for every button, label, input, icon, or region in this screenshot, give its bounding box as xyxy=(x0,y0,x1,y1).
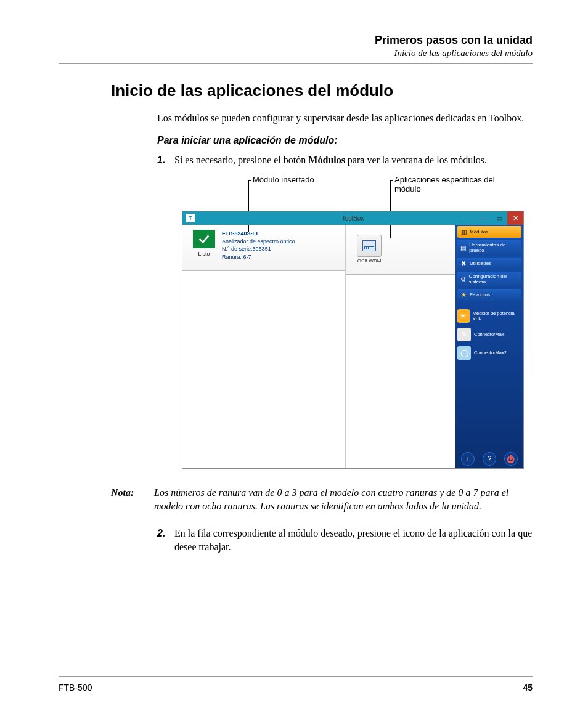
gear-icon: ⚙ xyxy=(460,275,467,283)
toolbox-screenshot: T ToolBox — ▭ ✕ Listo xyxy=(182,211,524,469)
callout-inserted-module: Módulo insertado xyxy=(253,175,314,184)
header-divider xyxy=(59,63,533,64)
sidebar-item-modulos[interactable]: ▥ Módulos xyxy=(457,226,521,238)
app-label: OSA WDM xyxy=(352,258,386,264)
modules-icon: ▥ xyxy=(460,229,467,236)
page-number: 45 xyxy=(523,683,533,692)
note-block: Nota: Los números de ranura van de 0 a 3… xyxy=(111,486,533,513)
sidebar-app-label: Medidor de potencia - VFL xyxy=(473,311,521,322)
chapter-title: Primeros pasos con la unidad xyxy=(59,34,533,47)
app-tile-osa-wdm[interactable]: OSA WDM xyxy=(352,235,386,264)
note-text: Los números de ranura van de 0 a 3 para … xyxy=(154,486,533,513)
step-2: 2. En la fila correspondiente al módulo … xyxy=(157,527,533,553)
sidebar-item-system-config[interactable]: ⚙ Configuración del sistema xyxy=(457,272,521,286)
test-tools-icon: ▤ xyxy=(460,244,467,251)
section-heading: Inicio de las aplicaciones del módulo xyxy=(111,81,533,100)
module-apps-column: OSA WDM xyxy=(346,225,455,468)
section-breadcrumb: Inicio de las aplicaciones del módulo xyxy=(59,48,533,59)
sidebar-app-power-meter[interactable]: ☀ Medidor de potencia - VFL xyxy=(457,309,521,323)
info-button[interactable]: i xyxy=(461,452,475,466)
callout-line xyxy=(390,180,391,238)
sidebar-app-label: ConnectorMax2 xyxy=(474,351,507,355)
footer-divider xyxy=(59,676,533,677)
sidebar-item-utilities[interactable]: ✖ Utilidades xyxy=(457,258,521,269)
sidebar-item-label: Herramientas de prueba xyxy=(469,242,519,253)
step-number: 1. xyxy=(157,153,174,167)
module-description: Analizador de espectro óptico xyxy=(222,238,295,246)
module-list-column: Listo FTB-5240S-EI Analizador de espectr… xyxy=(182,225,346,468)
help-button[interactable]: ? xyxy=(483,452,496,466)
step-text: Si es necesario, presione el botón Módul… xyxy=(174,153,533,167)
window-titlebar: T ToolBox — ▭ ✕ xyxy=(182,211,523,225)
sidebar-item-label: Módulos xyxy=(470,229,488,235)
sidebar-app-connectormax2[interactable]: ◯ ConnectorMax2 xyxy=(457,346,521,360)
sidebar-item-label: Configuración del sistema xyxy=(469,274,519,285)
step-1: 1. Si es necesario, presione el botón Mó… xyxy=(157,153,533,167)
sidebar-item-label: Favoritos xyxy=(470,292,490,298)
sidebar-item-favorites[interactable]: ★ Favoritos xyxy=(457,289,521,301)
window-title: ToolBox xyxy=(182,215,523,222)
module-slot: Ranura: 6-7 xyxy=(222,253,295,261)
app-row: OSA WDM xyxy=(346,225,455,275)
module-info: FTB-5240S-EI Analizador de espectro ópti… xyxy=(219,230,295,261)
figure-callouts: Módulo insertado Aplicaciones específica… xyxy=(182,175,533,211)
sidebar-app-label: ConnectorMax xyxy=(474,332,504,337)
status-label: Listo xyxy=(189,251,219,257)
module-serial: N.° de serie:505351 xyxy=(222,245,295,253)
intro-paragraph: Los módulos se pueden configurar y super… xyxy=(157,112,533,125)
step-text: En la fila correspondiente al módulo des… xyxy=(174,527,533,553)
connector2-icon: ◯ xyxy=(457,346,471,360)
sidebar-app-connectormax[interactable]: ✎ ConnectorMax xyxy=(457,327,521,342)
app-icon xyxy=(357,235,382,257)
sidebar: ▥ Módulos ▤ Herramientas de prueba ✖ Uti… xyxy=(455,225,523,468)
module-row[interactable]: Listo FTB-5240S-EI Analizador de espectr… xyxy=(182,225,345,270)
callout-module-apps: Aplicaciones específicas del módulo xyxy=(394,175,505,193)
module-name: FTB-5240S-EI xyxy=(222,230,295,238)
connector-icon: ✎ xyxy=(457,328,471,341)
step-number: 2. xyxy=(157,527,174,553)
footer-model: FTB-500 xyxy=(59,683,92,692)
power-button[interactable]: ⏻ xyxy=(504,452,518,466)
status-ready-icon xyxy=(193,230,215,248)
note-label: Nota: xyxy=(111,486,154,513)
power-meter-icon: ☀ xyxy=(457,309,470,323)
star-icon: ★ xyxy=(460,291,467,299)
procedure-heading: Para iniciar una aplicación de módulo: xyxy=(157,135,533,146)
sidebar-item-label: Utilidades xyxy=(470,261,491,266)
wrench-icon: ✖ xyxy=(460,260,467,267)
sidebar-item-test-tools[interactable]: ▤ Herramientas de prueba xyxy=(457,240,521,255)
